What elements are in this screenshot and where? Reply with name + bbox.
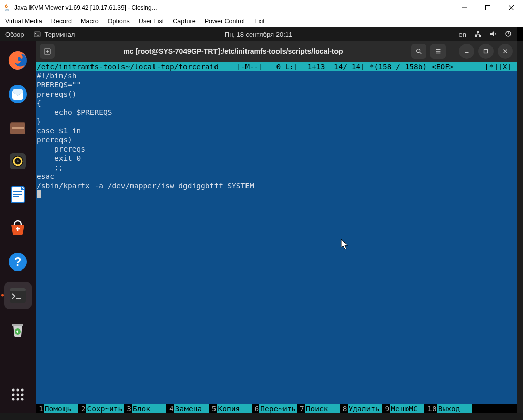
terminal-header: mc [root@SYS-7049GP-TRT]:/etc/initramfs-… — [36, 41, 517, 62]
editor-status-info: [-M--] 0 L:[ 1+13 14/ 14] *(158 / 158b) … — [219, 62, 516, 71]
bottom-gutter — [0, 413, 523, 420]
minimize-icon — [463, 48, 470, 55]
dock-app-firefox[interactable] — [4, 47, 32, 74]
volume-icon[interactable] — [489, 30, 497, 39]
hamburger-icon — [435, 48, 442, 55]
scrollbar-gutter[interactable] — [517, 41, 523, 413]
svg-point-14 — [17, 160, 19, 162]
dock-app-help[interactable]: ? — [4, 248, 32, 276]
fkey-3[interactable]: 3Блок — [124, 404, 166, 413]
search-icon — [415, 48, 422, 55]
svg-point-27 — [21, 389, 24, 392]
svg-rect-4 — [479, 35, 481, 37]
java-icon — [3, 4, 11, 12]
window-minimize-button[interactable] — [459, 44, 474, 59]
fkey-5[interactable]: 5Копия — [209, 404, 252, 413]
clock[interactable]: Пн, 18 сентября 20:11 — [225, 31, 292, 38]
activities-button[interactable]: Обзор — [5, 31, 24, 38]
svg-rect-18 — [13, 194, 22, 195]
svg-rect-3 — [475, 35, 477, 37]
svg-text:?: ? — [14, 255, 22, 268]
svg-point-29 — [17, 394, 19, 396]
network-icon[interactable] — [474, 30, 481, 39]
svg-rect-19 — [13, 196, 19, 197]
fkey-4[interactable]: 4Замена — [166, 404, 209, 413]
svg-point-33 — [21, 398, 24, 401]
app-menu-terminal[interactable]: Терминал — [34, 31, 75, 38]
menu-record[interactable]: Record — [51, 18, 72, 25]
dock-app-files[interactable] — [4, 114, 32, 141]
mouse-cursor-icon — [341, 239, 349, 250]
dock-app-terminal[interactable] — [4, 282, 32, 309]
ubuntu-dock: ? — [0, 41, 36, 413]
fkey-7[interactable]: 7Поиск — [297, 404, 340, 413]
svg-point-26 — [17, 389, 19, 392]
svg-rect-36 — [484, 50, 488, 53]
maximize-icon — [482, 48, 489, 55]
window-close-button[interactable] — [498, 44, 513, 59]
close-button[interactable] — [500, 0, 523, 15]
dock-app-rhythmbox[interactable] — [4, 147, 32, 175]
maximize-button[interactable] — [476, 0, 500, 15]
new-tab-button[interactable] — [40, 44, 55, 59]
menu-virtual-media[interactable]: Virtual Media — [5, 18, 42, 25]
svg-rect-1 — [34, 32, 40, 37]
text-cursor — [37, 190, 41, 198]
mc-editor-statusbar: /etc/initramfs-tools~/local-top/forcerai… — [36, 62, 517, 71]
fkey-8[interactable]: 8Удалить — [340, 404, 382, 413]
viewer-menu-bar: Virtual Media Record Macro Options User … — [0, 15, 523, 27]
svg-point-32 — [17, 398, 19, 401]
app-menu-label: Терминал — [45, 31, 75, 38]
hamburger-menu-button[interactable] — [430, 44, 446, 59]
svg-rect-23 — [10, 288, 26, 291]
gnome-top-bar: Обзор Терминал Пн, 18 сентября 20:11 en — [0, 27, 517, 41]
menu-capture[interactable]: Capture — [173, 18, 195, 25]
terminal-title: mc [root@SYS-7049GP-TRT]:/etc/initramfs-… — [59, 47, 407, 55]
svg-point-31 — [12, 398, 15, 401]
dock-app-thunderbird[interactable] — [4, 80, 32, 108]
menu-user-list[interactable]: User List — [139, 18, 164, 25]
input-language[interactable]: en — [459, 31, 466, 38]
svg-rect-17 — [13, 191, 22, 192]
java-viewer-titlebar: Java iKVM Viewer v1.69.42 [10.17.61.39] … — [0, 0, 523, 15]
terminal-icon — [34, 31, 41, 38]
menu-options[interactable]: Options — [108, 18, 130, 25]
editor-file-path: /etc/initramfs-tools~/local-top/forcerai… — [37, 62, 219, 71]
svg-rect-2 — [477, 31, 479, 33]
fkey-2[interactable]: 2Сохр~ить — [78, 404, 124, 413]
minimize-button[interactable] — [453, 0, 476, 15]
fkey-1[interactable]: 1Помощь — [36, 404, 78, 413]
menu-macro[interactable]: Macro — [81, 18, 99, 25]
power-icon[interactable] — [505, 30, 512, 39]
dock-app-libreoffice-writer[interactable] — [4, 181, 32, 208]
mc-function-keys: 1Помощь 2Сохр~ить 3Блок 4Замена 5Копия 6… — [36, 404, 517, 413]
svg-point-25 — [12, 389, 15, 392]
mc-editor-body[interactable]: #!/bin/sh PREREQS="" prereqs() { echo $P… — [36, 71, 517, 404]
remote-desktop-viewport: Обзор Терминал Пн, 18 сентября 20:11 en … — [0, 27, 523, 420]
menu-exit[interactable]: Exit — [254, 18, 265, 25]
terminal-window: mc [root@SYS-7049GP-TRT]:/etc/initramfs-… — [36, 41, 517, 413]
dock-app-ubuntu-software[interactable] — [4, 215, 32, 242]
svg-point-35 — [417, 49, 420, 53]
fkey-6[interactable]: 6Пере~ить — [252, 404, 297, 413]
fkey-10[interactable]: 10Выход — [424, 404, 471, 413]
editor-code: #!/bin/sh PREREQS="" prereqs() { echo $P… — [37, 72, 254, 190]
close-icon — [502, 48, 509, 55]
svg-point-30 — [21, 394, 24, 396]
window-maximize-button[interactable] — [478, 44, 494, 59]
search-button[interactable] — [411, 44, 426, 59]
svg-point-28 — [12, 394, 15, 396]
svg-rect-0 — [486, 5, 490, 10]
show-applications-button[interactable] — [4, 381, 32, 408]
new-tab-icon — [43, 47, 51, 55]
svg-rect-10 — [12, 127, 24, 129]
window-title: Java iKVM Viewer v1.69.42 [10.17.61.39] … — [14, 4, 453, 11]
fkey-9[interactable]: 9МенюMC — [382, 404, 425, 413]
dock-app-trash[interactable] — [4, 315, 32, 343]
menu-power-control[interactable]: Power Control — [205, 18, 245, 25]
